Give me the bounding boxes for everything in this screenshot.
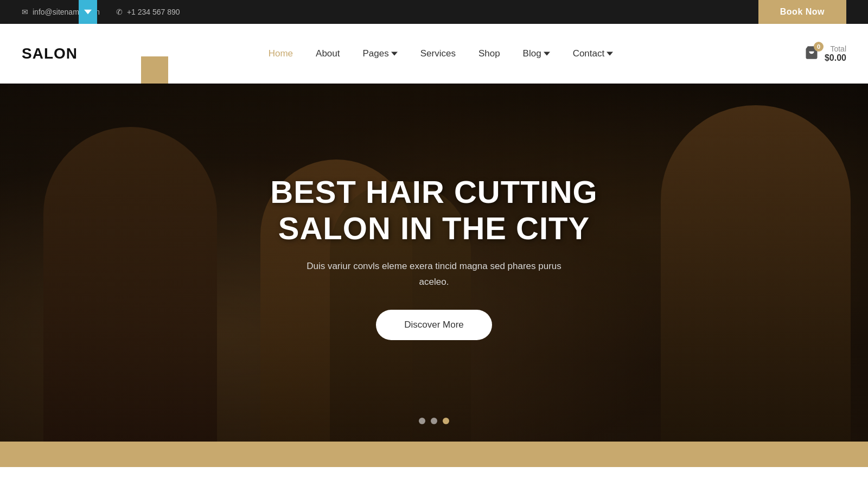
- slide-dot-1[interactable]: [419, 418, 425, 424]
- nav-blog[interactable]: Blog: [523, 48, 550, 59]
- nav-about[interactable]: About: [316, 48, 340, 59]
- cart-total-amount: $0.00: [825, 53, 846, 63]
- slide-dot-3[interactable]: [443, 418, 449, 424]
- nav-services[interactable]: Services: [420, 48, 456, 59]
- header: SALON Home About Pages Services Shop Blo…: [0, 24, 868, 84]
- main-navigation: Home About Pages Services Shop Blog Cont…: [78, 48, 804, 59]
- phone-info: ✆ +1 234 567 890: [116, 8, 180, 16]
- slide-dot-2[interactable]: [431, 418, 437, 424]
- logo-accent-decoration: [141, 56, 168, 84]
- site-logo[interactable]: SALON: [22, 45, 78, 62]
- cart-total-label: Total: [825, 44, 846, 53]
- nav-home[interactable]: Home: [269, 48, 293, 59]
- hero-subtitle: Duis variur convls eleme exera tincid ma…: [298, 259, 570, 290]
- cart-badge: 0: [814, 42, 824, 52]
- nav-pages[interactable]: Pages: [363, 48, 398, 59]
- dropdown-toggle[interactable]: [79, 0, 97, 24]
- hero-content: BEST HAIR CUTTING SALON IN THE CITY Duis…: [0, 84, 868, 442]
- contact-info: ✉ info@sitename.com ✆ +1 234 567 890: [22, 8, 180, 16]
- bottom-accent-bar: [0, 442, 868, 467]
- discover-more-button[interactable]: Discover More: [376, 310, 492, 340]
- cart-icon-wrap: 0: [804, 45, 819, 62]
- nav-shop[interactable]: Shop: [478, 48, 500, 59]
- nav-contact[interactable]: Contact: [573, 48, 614, 59]
- book-now-button[interactable]: Book Now: [758, 0, 846, 24]
- cart-total: Total $0.00: [825, 44, 846, 63]
- hero-section: BEST HAIR CUTTING SALON IN THE CITY Duis…: [0, 84, 868, 442]
- top-bar: ✉ info@sitename.com ✆ +1 234 567 890 Boo…: [0, 0, 868, 24]
- phone-icon: ✆: [116, 8, 123, 16]
- email-icon: ✉: [22, 8, 28, 16]
- slide-dots: [419, 418, 449, 424]
- hero-title: BEST HAIR CUTTING SALON IN THE CITY: [244, 174, 624, 246]
- cart-area[interactable]: 0 Total $0.00: [804, 44, 846, 63]
